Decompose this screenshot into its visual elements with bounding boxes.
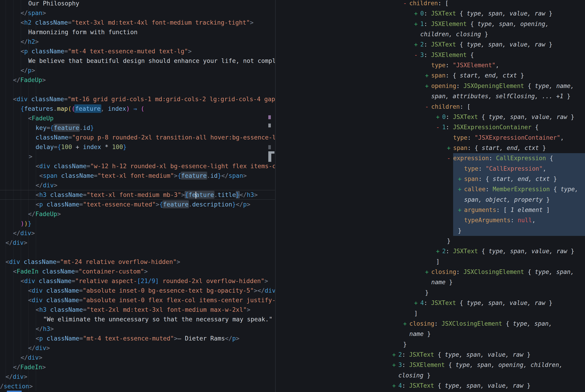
ast-line[interactable]: +span: { start, end, ctxt } bbox=[276, 143, 585, 153]
ast-expand-toggle[interactable]: + bbox=[458, 174, 464, 184]
ast-collapse-toggle[interactable]: - bbox=[425, 102, 431, 112]
code-line[interactable]: <p className="mt-4 text-essence-muted te… bbox=[0, 46, 275, 56]
ast-line[interactable]: +0: JSXText { type, span, value, raw } bbox=[276, 112, 585, 122]
code-line[interactable]: </div> bbox=[0, 353, 275, 362]
ast-inspector-pane[interactable]: -children: [+0: JSXText { type, span, va… bbox=[276, 0, 585, 392]
code-line[interactable]: <div className="mt-16 grid grid-cols-1 m… bbox=[0, 94, 275, 104]
code-line[interactable]: </div> bbox=[0, 238, 275, 248]
ast-line[interactable]: type: "CallExpression", bbox=[276, 164, 585, 174]
code-line[interactable]: <FadeUp bbox=[0, 114, 275, 123]
ast-line[interactable]: ] bbox=[276, 256, 585, 267]
code-line[interactable]: <h2 className="text-3xl md:text-4xl font… bbox=[0, 18, 275, 27]
code-line[interactable]: /section> bbox=[0, 382, 275, 391]
ast-expand-toggle[interactable]: + bbox=[425, 70, 431, 81]
ast-line[interactable]: +span: { start, end, ctxt } bbox=[276, 174, 585, 184]
code-line[interactable]: Harmonizing form with function bbox=[0, 27, 275, 37]
ast-line[interactable]: name } bbox=[276, 329, 585, 339]
code-line[interactable]: <div className="absolute inset-0 bg-esse… bbox=[0, 286, 275, 295]
ast-line[interactable]: } bbox=[276, 288, 585, 298]
ast-line[interactable]: +4: JSXText { type, span, value, raw } bbox=[276, 380, 585, 391]
ast-expand-toggle[interactable]: + bbox=[392, 360, 398, 370]
ast-expand-toggle[interactable]: + bbox=[458, 184, 464, 194]
ast-line[interactable]: closing } bbox=[276, 370, 585, 380]
code-line[interactable]: ))} bbox=[0, 219, 275, 228]
code-editor-pane[interactable]: Our Philosophy</span><h2 className="text… bbox=[0, 0, 275, 392]
ast-collapse-toggle[interactable]: - bbox=[414, 50, 420, 60]
ast-line[interactable]: } bbox=[276, 226, 585, 236]
ast-line[interactable]: +4: JSXText { type, span, value, raw } bbox=[276, 298, 585, 308]
ast-line[interactable]: -children: [ bbox=[276, 102, 585, 112]
ast-line[interactable]: +0: JSXText { type, span, value, raw } bbox=[276, 8, 585, 19]
ast-line[interactable]: } bbox=[276, 236, 585, 246]
ast-expand-toggle[interactable]: + bbox=[436, 246, 442, 256]
ast-line[interactable]: +closing: JSXClosingElement { type, span… bbox=[276, 267, 585, 277]
code-line[interactable]: </FadeUp> bbox=[0, 75, 275, 85]
ast-line[interactable]: +closing: JSXClosingElement { type, span… bbox=[276, 318, 585, 329]
code-line[interactable]: className="group p-8 rounded-2xl transit… bbox=[0, 133, 275, 142]
code-line[interactable]: <h3 className="text-2xl md:text-3xl font… bbox=[0, 305, 275, 314]
ast-collapse-toggle[interactable]: - bbox=[403, 0, 409, 8]
code-line[interactable]: </div> bbox=[0, 180, 275, 190]
ast-line[interactable]: children, closing } bbox=[276, 29, 585, 40]
ast-line[interactable]: span, attributes, selfClosing, ... +1 } bbox=[276, 91, 585, 102]
code-line[interactable]: </p> bbox=[0, 66, 275, 75]
code-line[interactable]: </div> bbox=[0, 343, 275, 353]
code-line[interactable]: delay={100 + index * 100} bbox=[0, 142, 275, 152]
ast-line[interactable]: +3: JSXElement { type, span, opening, ch… bbox=[276, 360, 585, 370]
ast-expand-toggle[interactable]: + bbox=[414, 8, 420, 19]
code-line[interactable] bbox=[0, 248, 275, 257]
code-line[interactable]: <span className="text-xl font-medium">{f… bbox=[0, 171, 275, 180]
code-line[interactable]: </span> bbox=[0, 8, 275, 18]
code-line[interactable]: </h3> bbox=[0, 324, 275, 334]
code-line[interactable]: <p className="text-essence-muted">{featu… bbox=[0, 200, 275, 209]
code-line[interactable]: <p className="mt-4 text-essence-muted">—… bbox=[0, 334, 275, 343]
ast-line[interactable]: +arguments: [ 1 element ] bbox=[276, 205, 585, 215]
code-line[interactable]: </div> bbox=[0, 372, 275, 382]
ast-line[interactable]: -expression: CallExpression { bbox=[276, 153, 585, 164]
ast-expand-toggle[interactable]: + bbox=[447, 143, 453, 153]
ast-line[interactable]: +2: JSXText { type, span, value, raw } bbox=[276, 246, 585, 256]
ast-line[interactable]: +callee: MemberExpression { type, bbox=[276, 184, 585, 194]
code-line[interactable]: key={feature.id} bbox=[0, 123, 275, 133]
ast-collapse-toggle[interactable]: - bbox=[436, 122, 442, 132]
ast-expand-toggle[interactable]: + bbox=[436, 112, 442, 122]
ast-expand-toggle[interactable]: + bbox=[414, 19, 420, 29]
code-line-current[interactable]: <h3 className="text-xl font-medium mb-3"… bbox=[0, 190, 275, 200]
ast-collapse-toggle[interactable]: - bbox=[447, 153, 453, 164]
minimap[interactable] bbox=[267, 0, 275, 392]
code-line[interactable]: "We eliminate the unnecessary so that th… bbox=[0, 314, 275, 324]
ast-line[interactable]: +opening: JSXOpeningElement { type, name… bbox=[276, 81, 585, 91]
code-line[interactable]: <div className="w-12 h-12 rounded-xl bg-… bbox=[0, 161, 275, 171]
ast-line[interactable]: +1: JSXElement { type, span, opening, bbox=[276, 19, 585, 29]
pane-divider[interactable] bbox=[275, 0, 276, 392]
code-line[interactable]: <div className="absolute inset-0 flex fl… bbox=[0, 295, 275, 305]
code-line[interactable]: > bbox=[0, 152, 275, 161]
code-line[interactable]: </FadeIn> bbox=[0, 362, 275, 372]
ast-line[interactable]: ] bbox=[276, 308, 585, 318]
ast-line[interactable]: } bbox=[276, 339, 585, 350]
code-line[interactable]: <div className="mt-24 relative overflow-… bbox=[0, 257, 275, 267]
ast-expand-toggle[interactable]: + bbox=[425, 267, 431, 277]
ast-expand-toggle[interactable]: + bbox=[414, 298, 420, 308]
ast-line[interactable]: name } bbox=[276, 277, 585, 288]
ast-expand-toggle[interactable]: + bbox=[425, 81, 431, 91]
code-line[interactable]: {features.map((feature, index) ⇒ ( bbox=[0, 104, 275, 114]
code-line[interactable]: <FadeIn className="container-custom"> bbox=[0, 267, 275, 276]
ast-line[interactable]: type: "JSXExpressionContainer", bbox=[276, 133, 585, 143]
ast-line[interactable]: +span: { start, end, ctxt } bbox=[276, 70, 585, 81]
code-line[interactable]: We believe that beautiful design should … bbox=[0, 56, 275, 66]
ast-expand-toggle[interactable]: + bbox=[392, 380, 398, 391]
ast-expand-toggle[interactable]: + bbox=[458, 205, 464, 215]
code-line[interactable]: <div className="relative aspect-[21/9] r… bbox=[0, 276, 275, 286]
ast-expand-toggle[interactable]: + bbox=[403, 318, 409, 329]
ast-line[interactable]: +2: JSXText { type, span, value, raw } bbox=[276, 350, 585, 360]
ast-line[interactable]: -3: JSXElement { bbox=[276, 50, 585, 60]
code-line[interactable]: Our Philosophy bbox=[0, 0, 275, 8]
code-line[interactable]: </FadeUp> bbox=[0, 209, 275, 219]
ast-expand-toggle[interactable]: + bbox=[392, 350, 398, 360]
ast-line[interactable]: typeArguments: null, bbox=[276, 215, 585, 226]
code-line[interactable]: </h2> bbox=[0, 37, 275, 46]
ast-line[interactable]: span, object, property } bbox=[276, 195, 585, 205]
ast-line[interactable]: -children: [ bbox=[276, 0, 585, 8]
code-line[interactable]: </div> bbox=[0, 228, 275, 238]
